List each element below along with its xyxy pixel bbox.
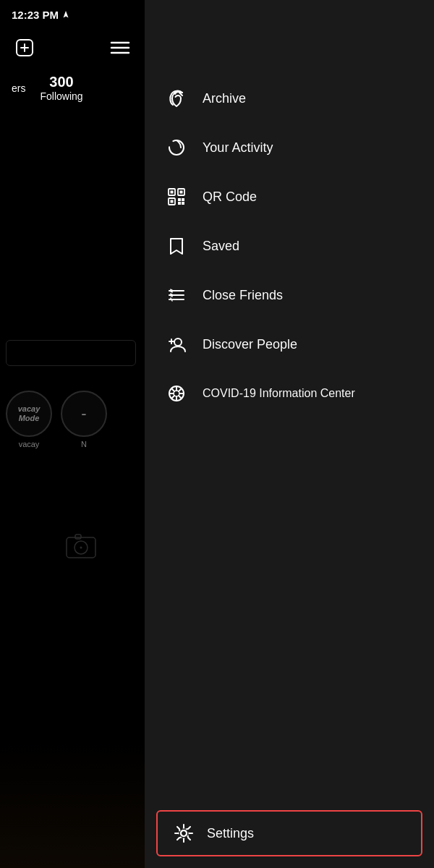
menu-item-saved[interactable]: Saved: [145, 221, 434, 271]
post-thumbnail: [0, 738, 145, 868]
covid-label: COVID-19 Information Center: [203, 386, 355, 401]
hamburger-menu-button[interactable]: [107, 35, 133, 61]
navigation-icon: [61, 10, 70, 19]
camera-icon: [65, 532, 97, 561]
menu-item-qrcode[interactable]: QR Code: [145, 172, 434, 221]
search-bar[interactable]: [6, 340, 136, 366]
dropdown-menu: Archive Your Activity: [145, 0, 434, 868]
add-icon: [14, 38, 35, 58]
settings-button[interactable]: Settings: [156, 810, 422, 856]
status-time: 12:23 PM: [12, 9, 70, 21]
svg-rect-18: [182, 198, 184, 201]
menu-item-discover[interactable]: Discover People: [145, 320, 434, 369]
following-count: 300: [40, 74, 82, 90]
discover-label: Discover People: [203, 337, 297, 352]
time-display: 12:23 PM: [12, 9, 59, 21]
close-friends-label: Close Friends: [203, 288, 283, 303]
hamburger-icon: [110, 41, 130, 55]
svg-rect-8: [75, 535, 81, 539]
profile-stats: ers 300 Following: [0, 67, 145, 109]
search-area: [6, 340, 136, 366]
svg-line-30: [171, 388, 174, 391]
svg-rect-19: [178, 202, 181, 205]
menu-item-covid[interactable]: COVID-19 Information Center: [145, 369, 434, 418]
stories-row: vacayMode vacay - N: [6, 391, 107, 448]
covid-icon: [165, 382, 188, 405]
followers-label: ers: [12, 82, 25, 94]
followers-stat: ers: [12, 82, 25, 94]
following-label: Following: [40, 90, 82, 102]
story-circle-vacay: vacayMode: [6, 391, 52, 437]
archive-label: Archive: [203, 91, 246, 106]
svg-rect-16: [171, 200, 174, 203]
story-label-n: N: [81, 440, 87, 448]
story-item-n[interactable]: - N: [61, 391, 107, 448]
menu-item-close-friends[interactable]: Close Friends: [145, 271, 434, 320]
settings-label: Settings: [207, 826, 254, 841]
svg-rect-20: [182, 202, 184, 205]
svg-rect-12: [171, 191, 174, 194]
menu-item-activity[interactable]: Your Activity: [145, 123, 434, 172]
svg-point-23: [174, 339, 182, 346]
svg-line-32: [179, 388, 182, 391]
menu-top-spacer: [145, 0, 434, 67]
close-friends-icon: [165, 284, 188, 307]
svg-line-31: [179, 396, 182, 399]
story-label-vacay: vacay: [19, 440, 40, 448]
qrcode-icon: [165, 185, 188, 208]
add-post-button[interactable]: [12, 35, 38, 61]
activity-icon: [165, 136, 188, 159]
svg-line-33: [171, 396, 174, 399]
profile-header: [0, 29, 145, 67]
menu-item-archive[interactable]: Archive: [145, 74, 434, 123]
discover-icon: [165, 333, 188, 356]
activity-label: Your Activity: [203, 140, 273, 156]
svg-point-35: [181, 830, 187, 836]
saved-icon: [165, 234, 188, 258]
archive-icon: [165, 87, 188, 110]
qrcode-label: QR Code: [203, 190, 257, 205]
story-item-vacay[interactable]: vacayMode vacay: [6, 391, 52, 448]
saved-label: Saved: [203, 239, 239, 254]
svg-point-9: [80, 547, 82, 549]
svg-rect-14: [180, 191, 183, 194]
settings-icon: [172, 822, 195, 845]
following-stat[interactable]: 300 Following: [40, 74, 82, 102]
menu-items-list: Archive Your Activity: [145, 67, 434, 799]
story-circle-n: -: [61, 391, 107, 437]
camera-area: [65, 532, 97, 563]
svg-rect-17: [178, 198, 181, 201]
posts-area: [0, 579, 145, 868]
